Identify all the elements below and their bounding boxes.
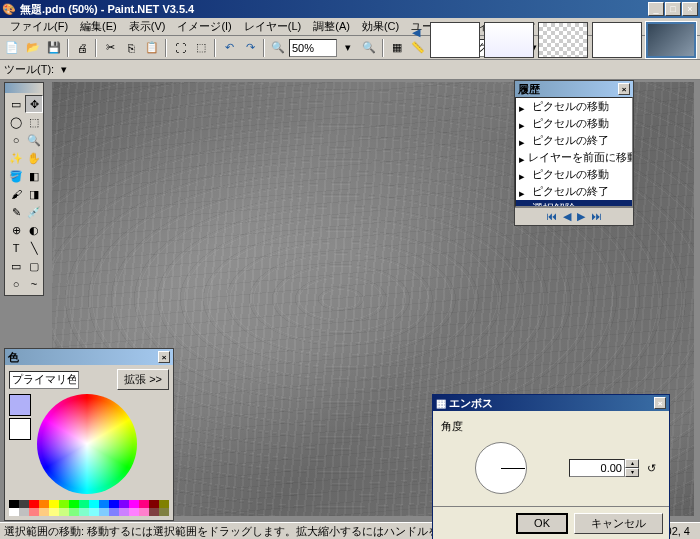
- save-button[interactable]: 💾: [44, 38, 64, 58]
- history-next[interactable]: ▶: [577, 210, 585, 223]
- move-selection-tool[interactable]: ⬚: [25, 113, 43, 131]
- palette-swatch[interactable]: [129, 508, 139, 516]
- pan-tool[interactable]: ✋: [25, 149, 43, 167]
- lasso-tool[interactable]: ◯: [7, 113, 25, 131]
- magic-wand-tool[interactable]: ✨: [7, 149, 25, 167]
- menu-edit[interactable]: 編集(E): [74, 17, 123, 36]
- fill-tool[interactable]: 🪣: [7, 167, 25, 185]
- palette-swatch[interactable]: [159, 508, 169, 516]
- move-tool[interactable]: ✥: [25, 95, 43, 113]
- zoom-out-button[interactable]: 🔍: [268, 38, 288, 58]
- palette-swatch[interactable]: [149, 508, 159, 516]
- gradient-tool[interactable]: ◧: [25, 167, 43, 185]
- palette-swatch[interactable]: [69, 508, 79, 516]
- thumbnail-2[interactable]: [484, 22, 534, 58]
- history-list[interactable]: ▸ピクセルの移動▸ピクセルの移動▸ピクセルの終了▸レイヤーを前面に移動▸ピクセル…: [515, 97, 633, 207]
- redo-button[interactable]: ↷: [240, 38, 260, 58]
- angle-dial[interactable]: [475, 442, 527, 494]
- palette-swatch[interactable]: [119, 500, 129, 508]
- palette-swatch[interactable]: [39, 508, 49, 516]
- current-tool-icon[interactable]: ▾: [54, 60, 74, 80]
- cut-button[interactable]: ✂: [100, 38, 120, 58]
- palette-swatch[interactable]: [59, 500, 69, 508]
- palette-swatch[interactable]: [139, 500, 149, 508]
- history-item[interactable]: ▸ピクセルの移動: [516, 115, 632, 132]
- rect-tool[interactable]: ▭: [7, 257, 25, 275]
- angle-reset[interactable]: ↺: [641, 458, 661, 478]
- palette-swatch[interactable]: [9, 508, 19, 516]
- cancel-button[interactable]: キャンセル: [574, 513, 663, 534]
- line-tool[interactable]: ╲: [25, 239, 43, 257]
- pencil-tool[interactable]: ✎: [7, 203, 25, 221]
- palette-swatch[interactable]: [139, 508, 149, 516]
- zoom-input[interactable]: [289, 39, 337, 57]
- recolor-tool[interactable]: ◐: [25, 221, 43, 239]
- picker-tool[interactable]: 💉: [25, 203, 43, 221]
- palette-swatch[interactable]: [159, 500, 169, 508]
- print-button[interactable]: 🖨: [72, 38, 92, 58]
- history-item[interactable]: ▸選択解除: [516, 200, 632, 207]
- close-button[interactable]: ×: [682, 2, 698, 16]
- ok-button[interactable]: OK: [516, 513, 568, 534]
- freeform-tool[interactable]: ~: [25, 275, 43, 293]
- history-close[interactable]: ×: [618, 83, 630, 95]
- new-button[interactable]: 📄: [2, 38, 22, 58]
- palette-swatch[interactable]: [89, 508, 99, 516]
- secondary-color-swatch[interactable]: [9, 418, 31, 440]
- undo-button[interactable]: ↶: [219, 38, 239, 58]
- rect-select-tool[interactable]: ▭: [7, 95, 25, 113]
- paste-button[interactable]: 📋: [142, 38, 162, 58]
- minimize-button[interactable]: _: [648, 2, 664, 16]
- thumb-prev[interactable]: ◀: [406, 22, 426, 42]
- zoom-dropdown[interactable]: ▾: [338, 38, 358, 58]
- zoom-in-button[interactable]: 🔍: [359, 38, 379, 58]
- palette-swatch[interactable]: [109, 500, 119, 508]
- menu-layers[interactable]: レイヤー(L): [238, 17, 307, 36]
- color-expand-button[interactable]: 拡張 >>: [117, 369, 169, 390]
- palette-swatch[interactable]: [29, 500, 39, 508]
- color-palette[interactable]: [9, 500, 169, 516]
- palette-swatch[interactable]: [19, 508, 29, 516]
- palette-swatch[interactable]: [129, 500, 139, 508]
- history-prev[interactable]: ◀: [563, 210, 571, 223]
- brush-tool[interactable]: 🖌: [7, 185, 25, 203]
- ellipse-select-tool[interactable]: ○: [7, 131, 25, 149]
- color-mode-select[interactable]: [9, 371, 79, 389]
- zoom-tool[interactable]: 🔍: [25, 131, 43, 149]
- menu-effects[interactable]: 効果(C): [356, 17, 405, 36]
- menu-image[interactable]: イメージ(I): [171, 17, 237, 36]
- crop-button[interactable]: ⛶: [170, 38, 190, 58]
- palette-swatch[interactable]: [89, 500, 99, 508]
- menu-adjustments[interactable]: 調整(A): [307, 17, 356, 36]
- clone-tool[interactable]: ⊕: [7, 221, 25, 239]
- thumbnail-4[interactable]: [592, 22, 642, 58]
- palette-swatch[interactable]: [119, 508, 129, 516]
- palette-swatch[interactable]: [99, 500, 109, 508]
- grid-button[interactable]: ▦: [387, 38, 407, 58]
- history-first[interactable]: ⏮: [546, 210, 557, 223]
- palette-swatch[interactable]: [49, 500, 59, 508]
- palette-swatch[interactable]: [29, 508, 39, 516]
- thumbnail-5[interactable]: [646, 22, 696, 58]
- angle-up[interactable]: ▴: [625, 459, 639, 468]
- palette-swatch[interactable]: [79, 500, 89, 508]
- ellipse-tool[interactable]: ○: [7, 275, 25, 293]
- rounded-rect-tool[interactable]: ▢: [25, 257, 43, 275]
- palette-swatch[interactable]: [19, 500, 29, 508]
- toolbox-header[interactable]: [5, 83, 43, 93]
- emboss-close[interactable]: ×: [654, 397, 666, 409]
- palette-swatch[interactable]: [9, 500, 19, 508]
- thumbnail-3[interactable]: [538, 22, 588, 58]
- menu-file[interactable]: ファイル(F): [4, 17, 74, 36]
- palette-swatch[interactable]: [79, 508, 89, 516]
- palette-swatch[interactable]: [49, 508, 59, 516]
- text-tool[interactable]: T: [7, 239, 25, 257]
- deselect-button[interactable]: ⬚: [191, 38, 211, 58]
- copy-button[interactable]: ⎘: [121, 38, 141, 58]
- history-item[interactable]: ▸ピクセルの終了: [516, 132, 632, 149]
- palette-swatch[interactable]: [149, 500, 159, 508]
- color-wheel[interactable]: [37, 394, 137, 494]
- history-item[interactable]: ▸ピクセルの移動: [516, 98, 632, 115]
- history-last[interactable]: ⏭: [591, 210, 602, 223]
- angle-input[interactable]: [569, 459, 625, 477]
